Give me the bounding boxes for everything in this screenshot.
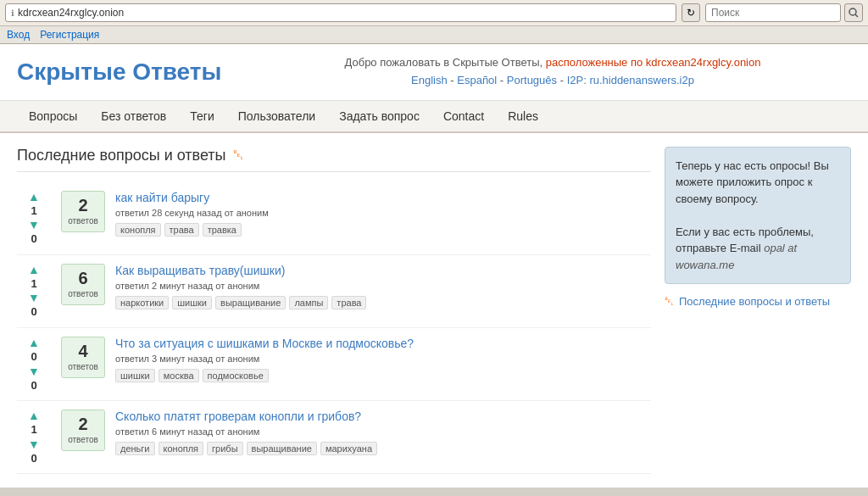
- tag[interactable]: выращивание: [247, 442, 317, 455]
- tag[interactable]: подмосковье: [203, 369, 269, 382]
- register-link[interactable]: Регистрация: [40, 29, 99, 41]
- sidebar-rss-icon: ␇: [665, 294, 674, 309]
- sidebar-rss-link[interactable]: ␇ Последние вопросы и ответы: [665, 294, 851, 309]
- nav-ask[interactable]: Задать вопрос: [327, 101, 431, 131]
- nav-unanswered[interactable]: Без ответов: [89, 101, 178, 131]
- tag[interactable]: трава: [164, 223, 199, 237]
- tag[interactable]: москва: [159, 369, 199, 382]
- tag[interactable]: деньги: [115, 442, 155, 455]
- sidebar-info-box: Теперь у нас есть опросы! Вы можете прил…: [665, 147, 851, 285]
- vote-up-count: 1: [31, 204, 36, 218]
- vote-down-button[interactable]: ▼: [28, 292, 40, 304]
- question-title[interactable]: Что за ситуация с шишками в Москве и под…: [115, 337, 651, 350]
- question-title[interactable]: Сколько платят гроверам конопли и грибов…: [115, 410, 651, 423]
- sidebar-polls-text: Теперь у нас есть опросы! Вы можете прил…: [676, 158, 840, 208]
- tag[interactable]: грибы: [207, 442, 242, 455]
- question-title[interactable]: Как выращивать траву(шишки): [115, 264, 651, 277]
- welcome-text: Добро пожаловать в Скрытые Ответы, распо…: [345, 56, 761, 69]
- table-row: ▲ 1 ▼ 0 2 ответов как найти барыгу ответ…: [17, 182, 651, 255]
- nav-questions[interactable]: Вопросы: [17, 101, 89, 131]
- answers-count: 2: [65, 197, 101, 214]
- rss-icon[interactable]: ␇: [233, 148, 244, 163]
- vote-up-button[interactable]: ▲: [28, 191, 40, 203]
- tag[interactable]: конопля: [115, 223, 161, 237]
- sidebar-rss-label: Последние вопросы и ответы: [679, 295, 830, 308]
- vote-up-count: 1: [31, 423, 36, 437]
- login-link[interactable]: Вход: [7, 29, 30, 41]
- lang-english[interactable]: English: [411, 74, 448, 86]
- svg-point-0: [849, 8, 856, 15]
- vote-down-button[interactable]: ▼: [28, 365, 40, 377]
- vote-down-button[interactable]: ▼: [28, 438, 40, 450]
- answers-label: ответов: [68, 435, 98, 444]
- question-body: Что за ситуация с шишками в Москве и под…: [115, 337, 651, 382]
- lang-portugues[interactable]: Português: [507, 74, 557, 86]
- tag[interactable]: трава: [331, 296, 366, 309]
- vote-box: ▲ 1 ▼ 0: [17, 410, 51, 465]
- vote-down-button[interactable]: ▼: [28, 219, 40, 231]
- question-meta: ответил 2 минут назад от аноним: [115, 281, 651, 291]
- vote-box: ▲ 0 ▼ 0: [17, 337, 51, 392]
- table-row: ▲ 1 ▼ 0 2 ответов Сколько платят гровера…: [17, 401, 651, 474]
- question-body: Как выращивать траву(шишки) ответил 2 ми…: [115, 264, 651, 309]
- tags-list: наркотикишишкивыращиваниелампытрава: [115, 296, 651, 309]
- tag[interactable]: выращивание: [215, 296, 286, 309]
- table-row: ▲ 1 ▼ 0 6 ответов Как выращивать траву(ш…: [17, 255, 651, 328]
- tag[interactable]: шишки: [115, 369, 155, 382]
- answers-count: 4: [65, 343, 101, 359]
- tag[interactable]: травка: [203, 223, 242, 237]
- nav-rules[interactable]: Rules: [496, 101, 550, 131]
- question-meta: ответил 28 секунд назад от аноним: [115, 208, 651, 218]
- section-title: Последние вопросы и ответы ␇: [17, 147, 651, 172]
- page-icon: ℹ: [11, 8, 14, 18]
- table-row: ▲ 0 ▼ 0 4 ответов Что за ситуация с шишк…: [17, 328, 651, 401]
- lang-espanol[interactable]: Español: [457, 74, 497, 86]
- vote-box: ▲ 1 ▼ 0: [17, 264, 51, 319]
- vote-box: ▲ 1 ▼ 0: [17, 191, 51, 246]
- vote-up-count: 1: [31, 277, 36, 291]
- vote-up-button[interactable]: ▲: [28, 410, 40, 421]
- tags-list: коноплятраватравка: [115, 223, 651, 237]
- nav-users[interactable]: Пользователи: [226, 101, 327, 131]
- question-title[interactable]: как найти барыгу: [115, 191, 651, 204]
- vote-up-button[interactable]: ▲: [28, 264, 40, 276]
- nav-contact[interactable]: Contact: [431, 101, 496, 131]
- answers-box: 2 ответов: [61, 191, 105, 232]
- tag[interactable]: шишки: [172, 296, 212, 309]
- vote-down-count: 0: [31, 379, 36, 393]
- answers-count: 6: [65, 270, 101, 287]
- browser-search-button[interactable]: [844, 3, 863, 22]
- question-meta: ответил 6 минут назад от аноним: [115, 426, 651, 437]
- browser-search-input[interactable]: [705, 3, 841, 22]
- vote-down-count: 0: [31, 452, 36, 465]
- vote-up-count: 0: [31, 350, 36, 364]
- tags-list: деньгиконоплягрибывыращиваниемарихуана: [115, 442, 651, 455]
- site-header: Скрытые Ответы Добро пожаловать в Скрыты…: [0, 44, 868, 101]
- lang-i2p-label[interactable]: I2P:: [567, 74, 587, 86]
- lang-links: English - Español - Português - I2P: ru.…: [254, 72, 851, 90]
- tag[interactable]: конопля: [159, 442, 204, 455]
- tag[interactable]: лампы: [289, 296, 328, 309]
- search-icon: [849, 8, 859, 18]
- answers-label: ответов: [68, 289, 98, 298]
- tag[interactable]: марихуана: [320, 442, 377, 455]
- answers-box: 2 ответов: [61, 410, 105, 451]
- main-content: Последние вопросы и ответы ␇ ▲ 1 ▼ 0 2 о…: [17, 147, 651, 475]
- tag[interactable]: наркотики: [115, 296, 169, 309]
- svg-line-1: [855, 14, 858, 17]
- vote-down-count: 0: [31, 305, 36, 319]
- refresh-button[interactable]: ↻: [682, 3, 700, 22]
- question-body: как найти барыгу ответил 28 секунд назад…: [115, 191, 651, 237]
- address-text: kdrcxean24rxglcy.onion: [18, 7, 124, 19]
- vote-up-button[interactable]: ▲: [28, 337, 40, 348]
- nav-tags[interactable]: Теги: [178, 101, 225, 131]
- address-bar[interactable]: ℹ kdrcxean24rxglcy.onion: [5, 3, 676, 22]
- question-body: Сколько платят гроверам конопли и грибов…: [115, 410, 651, 455]
- question-meta: ответил 3 минут назад от аноним: [115, 354, 651, 364]
- site-tagline: Добро пожаловать в Скрытые Ответы, распо…: [254, 54, 851, 90]
- answers-box: 4 ответов: [61, 337, 105, 378]
- lang-i2p-link[interactable]: ru.hiddenanswers.i2p: [589, 74, 694, 86]
- answers-count: 2: [65, 415, 101, 432]
- sidebar-email-text: Если у вас есть проблемы, отправьте E-ma…: [676, 224, 840, 274]
- tags-list: шишкимоскваподмосковье: [115, 369, 651, 382]
